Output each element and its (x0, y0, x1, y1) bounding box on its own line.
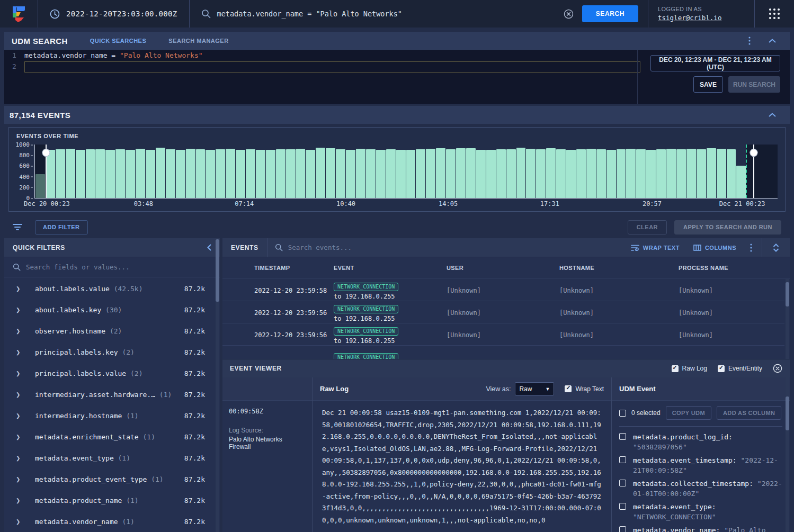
histogram-bar[interactable] (156, 148, 165, 198)
histogram-bar[interactable] (146, 150, 155, 198)
udm-field[interactable]: metadata.event_type: "NETWORK_CONNECTION… (619, 502, 782, 522)
histogram-bar[interactable] (466, 148, 476, 198)
histogram-bar[interactable] (406, 150, 416, 198)
run-search-button[interactable]: RUN SEARCH (728, 76, 780, 93)
histogram-bar[interactable] (526, 149, 536, 198)
query-text[interactable]: metadata.vendor_name = "Palo Alto Networ… (217, 10, 403, 18)
chevron-right-icon[interactable]: ❯ (16, 519, 35, 525)
quick-filter-item[interactable]: ❯ principal.labels.key (2) 87.2k (4, 341, 215, 363)
quick-filter-item[interactable]: ❯ metadata.enrichment_state (1) 87.2k (4, 426, 215, 447)
events-search-input[interactable] (288, 244, 511, 251)
histogram-bar[interactable] (286, 149, 296, 198)
checkbox-checked-icon[interactable] (718, 365, 725, 372)
histogram-bar[interactable] (66, 149, 75, 198)
scrollbar[interactable] (786, 279, 789, 359)
wrap-text-button[interactable]: WRAP TEXT (631, 245, 680, 251)
histogram-bar[interactable] (736, 166, 746, 198)
histogram-bar[interactable] (707, 148, 716, 198)
histogram-bar[interactable] (727, 149, 736, 198)
quick-filters-search[interactable] (4, 257, 220, 277)
quick-filter-item[interactable]: ❯ metadata.event_type (1) 87.2k (4, 447, 215, 468)
histogram-bar[interactable] (556, 149, 566, 198)
add-as-column-button[interactable]: ADD AS COLUMN (717, 406, 781, 420)
histogram-bar[interactable] (546, 148, 556, 198)
add-filter-button[interactable]: ADD FILTER (35, 220, 88, 235)
slider-knob[interactable] (750, 149, 758, 157)
field-checkbox[interactable] (619, 526, 626, 532)
expand-panel-icon[interactable] (773, 244, 779, 252)
histogram-bar[interactable] (446, 149, 456, 198)
editor-active-line[interactable] (24, 61, 640, 73)
histogram-bar[interactable] (356, 149, 365, 198)
quick-filter-item[interactable]: ❯ metadata.product_name (1) 87.2k (4, 490, 215, 511)
histogram-bar[interactable] (476, 150, 486, 198)
clear-button[interactable]: CLEAR (628, 220, 667, 235)
copy-udm-button[interactable]: COPY UDM (666, 406, 711, 420)
table-row[interactable]: 2022-12-20 23:59:58 NETWORK_CONNECTIONto… (222, 279, 784, 301)
editor-code-line[interactable]: metadata.vendor_name = "Palo Alto Networ… (24, 51, 203, 59)
histogram-bar[interactable] (496, 149, 506, 198)
histogram-bar[interactable] (256, 150, 265, 198)
collapse-panel-icon[interactable] (769, 39, 776, 43)
checkbox-checked-icon[interactable] (565, 385, 572, 392)
histogram-bar[interactable] (426, 149, 435, 198)
query-editor[interactable]: 1 metadata.vendor_name = "Palo Alto Netw… (4, 50, 790, 104)
chevron-right-icon[interactable]: ❯ (16, 498, 35, 503)
quick-filter-item[interactable]: ❯ principal.labels.value (2) 87.2k (4, 363, 215, 384)
range-slider-left[interactable] (46, 145, 47, 198)
udm-field[interactable]: metadata.vendor_name: "Palo Alto Network… (619, 525, 782, 532)
histogram-bar[interactable] (516, 148, 526, 198)
histogram-bar[interactable] (346, 150, 355, 198)
histogram-bar[interactable] (316, 148, 325, 198)
histogram-bar[interactable] (296, 149, 306, 198)
chevron-right-icon[interactable]: ❯ (16, 349, 35, 355)
view-as-select[interactable]: Raw▼ (515, 382, 554, 395)
histogram-bar[interactable] (276, 149, 286, 198)
histogram-bar[interactable] (246, 149, 255, 198)
quick-filter-item[interactable]: ❯ metadata.product_event_type (1) 87.2k (4, 468, 215, 490)
columns-button[interactable]: COLUMNS (693, 245, 736, 251)
chevron-right-icon[interactable]: ❯ (16, 434, 35, 440)
histogram-bar[interactable] (95, 149, 105, 198)
histogram-bar[interactable] (166, 149, 175, 198)
histogram-bar[interactable] (586, 149, 596, 198)
collapse-sidebar-icon[interactable] (207, 244, 211, 251)
slider-knob[interactable] (42, 149, 50, 157)
chevron-right-icon[interactable]: ❯ (16, 413, 35, 419)
apps-grid-icon[interactable] (768, 7, 781, 21)
histogram-bar[interactable] (226, 149, 235, 198)
raw-log-toggle[interactable]: Raw Log (672, 365, 707, 372)
table-row[interactable]: NETWORK_CONNECTION (222, 346, 784, 359)
histogram-bar[interactable] (566, 150, 576, 198)
quick-filter-item[interactable]: ❯ metadata.vendor_name (1) 87.2k (4, 511, 215, 532)
histogram-bar[interactable] (686, 149, 696, 198)
chevron-right-icon[interactable]: ❯ (16, 307, 35, 313)
histogram-bar[interactable] (386, 149, 396, 198)
col-timestamp[interactable]: TIMESTAMP (254, 265, 334, 271)
field-checkbox[interactable] (619, 456, 626, 463)
range-slider-right[interactable] (753, 145, 754, 198)
event-entity-toggle[interactable]: Event/Entity (718, 365, 762, 372)
chevron-right-icon[interactable]: ❯ (16, 328, 35, 334)
col-event[interactable]: EVENT (334, 265, 447, 271)
histogram-plot[interactable]: 02004006008001000 Dec 20 00:2303:4807:14… (34, 145, 778, 199)
raw-log-text[interactable]: Dec 21 00:09:58 usaz15-0109-mgt1-pan.som… (313, 401, 611, 532)
histogram-bar[interactable] (115, 149, 125, 198)
table-row[interactable]: 2022-12-20 23:59:56 NETWORK_CONNECTIONto… (222, 301, 784, 323)
udm-field[interactable]: metadata.collected_timestamp: "2022-01-0… (619, 479, 782, 499)
quick-filter-item[interactable]: ❯ observer.hostname (2) 87.2k (4, 320, 215, 341)
tab-quick-searches[interactable]: QUICK SEARCHES (90, 38, 147, 44)
histogram-bar[interactable] (306, 150, 315, 198)
tab-search-manager[interactable]: SEARCH MANAGER (168, 38, 228, 44)
quick-filter-item[interactable]: ❯ intermediary.hostname (1) 87.2k (4, 405, 215, 426)
chevron-right-icon[interactable]: ❯ (16, 371, 35, 376)
histogram-bar[interactable] (617, 149, 626, 198)
col-user[interactable]: USER (447, 265, 559, 271)
global-search[interactable]: metadata.vendor_name = "Palo Alto Networ… (190, 9, 414, 19)
save-button[interactable]: SAVE (693, 76, 723, 93)
histogram-bar[interactable] (105, 150, 115, 198)
kebab-menu-icon[interactable] (750, 244, 752, 252)
histogram-bar[interactable] (666, 149, 676, 198)
date-range-button[interactable]: DEC 20, 12:23 AM - DEC 21, 12:23 AM (UTC… (650, 55, 780, 71)
histogram-bar[interactable] (676, 149, 686, 198)
